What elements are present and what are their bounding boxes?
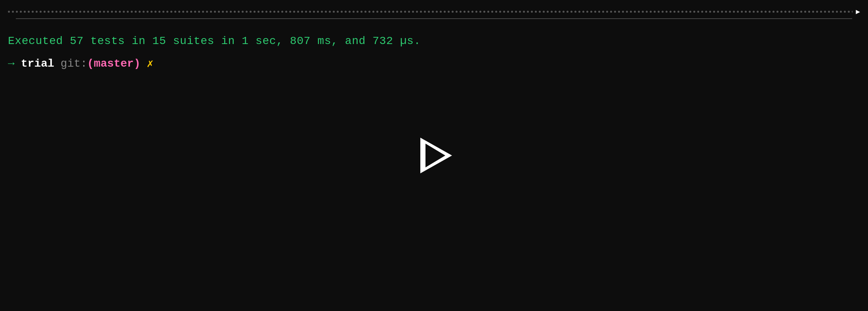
progress-dot [475,11,477,13]
progress-dot [666,11,668,13]
progress-dot [107,11,109,13]
progress-dot [71,11,73,13]
progress-dot [654,11,656,13]
progress-dot [151,11,153,13]
progress-dot [559,11,561,13]
progress-dot [444,11,446,13]
progress-dot [420,11,422,13]
progress-dot [131,11,133,13]
progress-dot [59,11,61,13]
progress-dot [788,11,790,13]
progress-bar-container: ▶ [0,0,868,19]
progress-dot [143,11,145,13]
progress-dot [364,11,366,13]
progress-dot [12,11,14,13]
progress-dot [543,11,545,13]
progress-dot [155,11,156,13]
terminal-container: ▶ Executed 57 tests in 15 suites in 1 se… [0,0,868,311]
progress-dot [432,11,434,13]
progress-dot [693,11,695,13]
progress-dot [507,11,509,13]
progress-dot [400,11,402,13]
progress-dot [495,11,497,13]
progress-dot [337,11,339,13]
progress-dot [773,11,775,13]
progress-dot [535,11,537,13]
progress-dot [119,11,121,13]
progress-dot [190,11,192,13]
progress-dot [780,11,782,13]
progress-dot [844,11,846,13]
progress-dot [812,11,814,13]
progress-dot [721,11,723,13]
progress-dot [590,11,592,13]
progress-dot [487,11,489,13]
progress-dot [234,11,236,13]
progress-dot [594,11,596,13]
progress-dot [404,11,406,13]
progress-dot [563,11,565,13]
progress-dot [737,11,739,13]
progress-dot [606,11,608,13]
progress-dots-row: ▶ [8,7,860,16]
progress-dot [622,11,624,13]
progress-dot [836,11,838,13]
progress-dot [681,11,683,13]
progress-dot [464,11,465,13]
progress-dot [634,11,636,13]
progress-dot [662,11,664,13]
progress-dot [139,11,141,13]
progress-dot [713,11,715,13]
progress-dot [709,11,711,13]
progress-dot [333,11,335,13]
progress-dot [539,11,541,13]
play-button-container[interactable] [414,136,454,175]
progress-dot [111,11,113,13]
progress-dot [792,11,794,13]
progress-dot [765,11,767,13]
progress-dot [392,11,394,13]
progress-dot [523,11,525,13]
progress-dot [198,11,200,13]
progress-dot [456,11,458,13]
progress-dot [460,11,462,13]
progress-dot [479,11,481,13]
progress-dot [769,11,771,13]
progress-dot [491,11,493,13]
play-icon [414,136,454,175]
progress-dot [44,11,46,13]
progress-dot [305,11,307,13]
progress-dot [761,11,763,13]
progress-dot [650,11,652,13]
progress-dot [289,11,291,13]
progress-dot [670,11,672,13]
progress-dot [202,11,204,13]
progress-dot [83,11,85,13]
play-button[interactable] [414,136,454,175]
progress-dot [852,11,853,13]
progress-dot [630,11,632,13]
progress-dot [804,11,806,13]
progress-dot [784,11,786,13]
progress-dot [602,11,604,13]
git-label: git: [61,58,87,70]
progress-dot [206,11,208,13]
progress-dot [127,11,129,13]
progress-dot [626,11,628,13]
progress-dot [258,11,259,13]
progress-dot [800,11,802,13]
progress-dot [598,11,600,13]
progress-dot [567,11,568,13]
progress-dot [396,11,398,13]
progress-dot [75,11,77,13]
progress-dot [186,11,188,13]
progress-dot [103,11,105,13]
progress-dot [40,11,42,13]
progress-dot [55,11,57,13]
progress-dot [673,11,675,13]
progress-dot [531,11,533,13]
progress-dot [170,11,172,13]
progress-dot [547,11,549,13]
prompt-branch-open: ( [87,58,94,70]
progress-dot [123,11,125,13]
